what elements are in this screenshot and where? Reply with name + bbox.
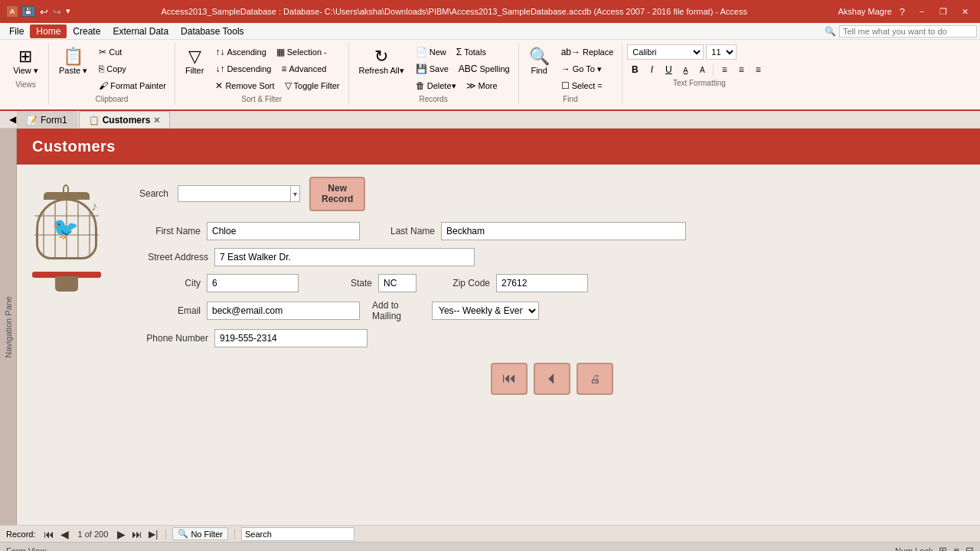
find-button[interactable]: 🔍 Find [524,44,555,78]
menu-create[interactable]: Create [67,24,106,38]
search-combo[interactable]: ▾ [178,185,300,202]
nav-new-btn[interactable]: ▶| [147,529,159,540]
more-button[interactable]: ≫ More [462,78,501,93]
delete-button[interactable]: 🗑 Delete▾ [412,78,460,93]
new-record-label: New [430,47,446,57]
form-prev-btn[interactable]: ⏴ [534,363,570,395]
no-filter-btn[interactable]: 🔍 No Filter [172,527,228,540]
menu-external-data[interactable]: External Data [106,24,175,38]
datasheet-view-icon[interactable]: ≡ [953,545,959,551]
descending-button[interactable]: ↓↑ Descending [211,61,275,77]
street-address-input[interactable] [214,248,475,266]
minimize-btn[interactable]: − [913,5,931,18]
nav-search-input[interactable] [241,527,354,541]
prev-icon: ⏴ [545,370,559,386]
mailing-select[interactable]: Yes-- Weekly & Events No Yes-- Events On… [432,302,539,320]
cut-button[interactable]: ✂ Cut [95,44,170,60]
email-input[interactable] [207,302,360,320]
document-tabs: ◀ 📝 Form1 📋 Customers ✕ [0,111,980,129]
window-controls: − ❐ ✕ [913,5,974,18]
nav-next-btn[interactable]: ▶ [116,528,127,540]
toggle-filter-button[interactable]: ▽ Toggle Filter [281,78,344,93]
first-name-input[interactable] [207,222,360,240]
replace-label: Replace [583,47,613,57]
doc-tab-form1[interactable]: 📝 Form1 [17,111,77,128]
doc-tab-customers[interactable]: 📋 Customers ✕ [79,111,171,128]
ribbon-group-views: ⊞ View ▾ Views [3,43,49,105]
paste-label: Paste ▾ [59,66,87,76]
menu-database-tools[interactable]: Database Tools [175,24,250,38]
nav-pane-toggle[interactable]: ◀ [9,114,17,125]
layout-view-icon[interactable]: ⊟ [965,545,974,551]
copy-button[interactable]: ⎘ Copy [95,61,170,77]
save-record-button[interactable]: 💾 Save [412,61,452,77]
form-prev-prev-btn[interactable]: ⏮ [491,363,528,395]
advanced-label: Advanced [289,64,327,73]
find-icon: 🔍 [529,47,550,66]
refresh-all-button[interactable]: ↻ Refresh All▾ [354,44,410,79]
totals-button[interactable]: Σ Totals [452,44,490,60]
italic-btn[interactable]: I [644,62,659,77]
last-name-input[interactable] [441,222,686,240]
advanced-button[interactable]: ≡ Advanced [277,61,330,77]
clipboard-group-label: Clipboard [96,95,129,103]
goto-button[interactable]: → Go To ▾ [557,61,618,77]
font-size-select[interactable]: 11 [706,44,737,60]
help-btn[interactable]: ? [900,6,905,18]
filter-button[interactable]: ▽ Filter [180,44,209,78]
ascending-button[interactable]: ↑↓ Ascending [211,44,270,60]
nav-last-btn[interactable]: ⏭ [130,528,144,540]
tell-me-search[interactable] [839,25,977,37]
new-record-btn[interactable]: New Record [309,177,365,211]
align-right-btn[interactable]: ≡ [750,62,766,77]
new-btn-line1: New [328,183,347,194]
align-center-btn[interactable]: ≡ [733,62,749,77]
close-btn[interactable]: ✕ [956,5,974,18]
view-button[interactable]: ⊞ View ▾ [8,44,44,79]
form-illustration: 🐦 ♪ [32,177,124,395]
select-button[interactable]: ☐ Select = [557,78,618,93]
customers-tab-close[interactable]: ✕ [153,116,160,126]
nav-prev-btn[interactable]: ◀ [59,528,70,540]
align-left-btn[interactable]: ≡ [717,62,732,77]
replace-button[interactable]: ab→ Replace [557,44,618,60]
copy-label: Copy [106,64,126,73]
new-record-button[interactable]: 📄 New [412,44,450,60]
records-group-label: Records [419,95,447,103]
menu-file[interactable]: File [3,24,30,38]
totals-label: Totals [464,47,486,57]
zip-code-label: Zip Code [429,278,490,289]
copy-icon: ⎘ [99,64,104,74]
save-file-icon[interactable]: 💾 [21,6,35,17]
no-filter-icon: 🔍 [178,529,188,539]
state-input[interactable] [378,274,416,292]
font-color-btn[interactable]: A [694,62,710,77]
selection-button[interactable]: ▦ Selection - [273,44,331,60]
nav-first-btn[interactable]: ⏮ [42,528,56,540]
font-select[interactable]: Calibri [627,44,704,60]
bold-btn[interactable]: B [627,62,642,77]
text-formatting-group-label: Text Formatting [673,79,726,87]
phone-number-label: Phone Number [139,333,208,344]
navigation-pane[interactable]: Navigation Pane [0,129,17,525]
spelling-button[interactable]: ABC Spelling [455,61,514,77]
menu-home[interactable]: Home [30,24,67,38]
paste-button[interactable]: 📋 Paste ▾ [54,44,93,79]
redo-btn[interactable]: ↪ [53,6,61,18]
city-input[interactable] [207,274,299,292]
remove-sort-button[interactable]: ✕ Remove Sort [211,78,278,93]
format-painter-button[interactable]: 🖌 Format Painter [95,78,170,93]
form-next-btn[interactable]: 🖨 [577,363,613,395]
ribbon-group-records: ↻ Refresh All▾ 📄 New Σ Totals [349,43,519,105]
highlight-btn[interactable]: A̲ [678,62,693,77]
undo-btn[interactable]: ↩ [40,6,48,18]
phone-number-input[interactable] [214,329,368,347]
ribbon-group-text-formatting: Calibri 11 B I U A̲ A ≡ ≡ ≡ [622,43,776,105]
maximize-btn[interactable]: ❐ [934,5,952,18]
ascending-icon: ↑↓ [215,47,224,57]
search-combo-arrow[interactable]: ▾ [290,186,299,201]
search-input[interactable] [178,189,290,198]
zip-code-input[interactable] [496,274,588,292]
underline-btn[interactable]: U [661,62,676,77]
form-view-icon[interactable]: ⊞ [939,545,947,551]
